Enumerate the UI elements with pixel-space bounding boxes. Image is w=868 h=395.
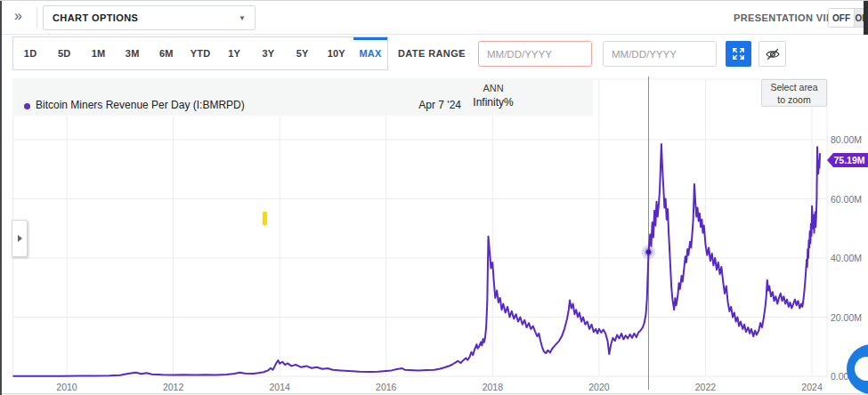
zoom-hint-line1: Select area bbox=[770, 82, 817, 93]
x-axis-label: 2022 bbox=[690, 382, 720, 392]
legend-ann-column: ANN Infinity% bbox=[462, 79, 524, 116]
chat-fab-icon bbox=[855, 357, 868, 381]
x-axis-label: 2016 bbox=[371, 382, 402, 392]
chart-canvas[interactable] bbox=[0, 1, 868, 395]
series-line bbox=[13, 144, 820, 376]
ann-column-value: Infinity% bbox=[462, 96, 524, 109]
last-price-badge: 75.19M bbox=[827, 153, 868, 167]
x-axis-label: 2014 bbox=[264, 382, 295, 392]
series-color-dot bbox=[24, 103, 30, 109]
x-axis-label: 2020 bbox=[584, 382, 614, 392]
x-axis-label: 2012 bbox=[158, 382, 189, 392]
ann-column-header: ANN bbox=[462, 83, 524, 93]
chart-legend: Bitcoin Miners Revenue Per Day (I:BMRPD)… bbox=[12, 79, 593, 116]
y-axis-label: 40.00M bbox=[831, 253, 862, 263]
y-axis-label: 60.00M bbox=[831, 194, 862, 205]
x-axis-label: 2010 bbox=[52, 382, 82, 392]
y-axis-label: 80.00M bbox=[831, 134, 862, 145]
window-right-edge bbox=[864, 1, 868, 35]
series-name[interactable]: Bitcoin Miners Revenue Per Day (I:BMRPD) bbox=[36, 99, 245, 111]
chevron-right-icon bbox=[18, 235, 22, 242]
y-axis-label: 20.00M bbox=[831, 312, 862, 323]
zoom-hint-line2: to zoom bbox=[777, 94, 810, 105]
select-area-to-zoom-button[interactable]: Select area to zoom bbox=[761, 79, 827, 107]
x-axis-label: 2024 bbox=[797, 382, 827, 392]
legend-date: Apr 7 '24 bbox=[372, 99, 461, 111]
collapsed-panel-handle[interactable] bbox=[12, 220, 28, 257]
event-marker bbox=[263, 212, 267, 225]
charting-app-window: » CHART OPTIONS ▼ PRESENTATION VIEW OFF … bbox=[0, 0, 868, 395]
hover-point bbox=[646, 250, 652, 255]
x-axis-label: 2018 bbox=[477, 382, 507, 392]
window-left-edge bbox=[0, 1, 2, 395]
